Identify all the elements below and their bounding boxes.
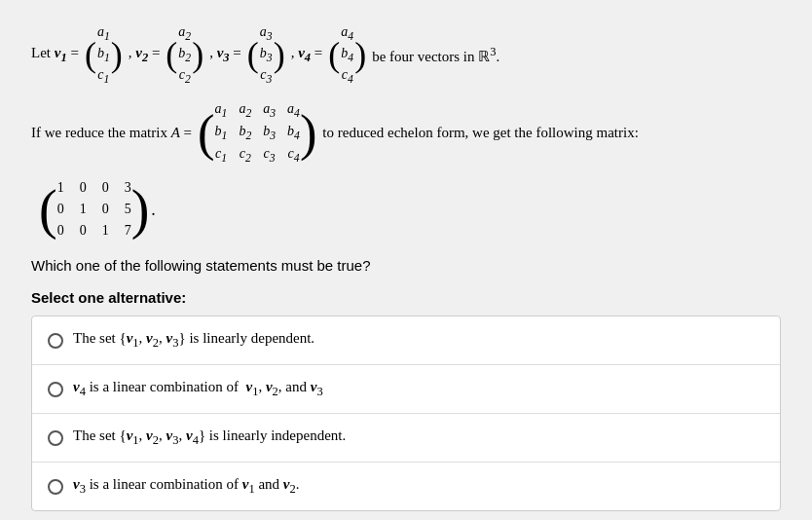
v2-a2: a2 [178,23,191,44]
bm-a3: a3 [263,100,276,121]
page-container: Let v1 = ( a1 b1 c1 ) , v2 = ( a2 b2 c2 … [0,0,812,520]
paren-left-v2: ( [166,40,177,70]
v4-c4: c4 [341,66,353,87]
v3-c3: c3 [260,66,273,87]
paren-left-v4: ( [328,40,340,70]
option-3-text: The set {v1, v2, v3, v4} is linearly ind… [73,427,346,448]
rm-r3c2: 0 [80,222,87,240]
paren-left-v1: ( [85,40,96,70]
rm-r3c3: 1 [102,222,109,240]
v3-b3: b3 [260,45,273,65]
option-2-text: v4 is a linear combination of v1, v2, an… [73,379,323,399]
vector-v2: ( a2 b2 c2 ) [166,23,203,87]
paren-right-v3: ) [274,40,285,70]
rm-r2c3: 0 [102,201,109,218]
be-four-vectors-text: be four vectors in ℝ3. [372,45,499,65]
option-4[interactable]: v3 is a linear combination of v1 and v2. [32,463,780,510]
bm-a4: a4 [287,100,300,121]
option-4-text: v3 is a linear combination of v1 and v2. [73,476,299,497]
comma1: , v2 = [129,45,161,65]
v2-b2: b2 [178,45,191,65]
option-3[interactable]: The set {v1, v2, v3, v4} is linearly ind… [32,414,780,463]
vector-v3: ( a3 b3 c3 ) [247,23,285,87]
comma2: , v3 = [209,45,241,65]
bm-b3: b3 [263,123,276,143]
v1-b1: b1 [97,45,110,65]
to-reduced-text: to reduced echelon form, we get the foll… [322,125,638,141]
v1-a1: a1 [97,23,110,44]
v3-grid: a3 b3 c3 [260,23,273,87]
result-grid: 1 0 0 3 0 1 0 5 0 0 1 7 [57,179,131,241]
rm-r3c1: 0 [57,222,64,240]
select-label: Select one alternative: [31,289,781,306]
comma3: , v4 = [291,45,323,65]
bm-a1: a1 [215,100,228,121]
rm-r2c1: 0 [57,201,64,218]
rm-r2c2: 1 [80,201,87,218]
bm-b1: b1 [215,123,228,143]
rm-r2c4: 5 [125,201,131,218]
v1-c1: c1 [97,66,110,87]
rm-r1c2: 0 [80,179,87,197]
rm-r1c4: 3 [125,179,131,197]
big-matrix-grid: a1 a2 a3 a4 b1 b2 b3 b4 c1 c2 c3 c4 [215,100,300,166]
result-matrix-line: ( 1 0 0 3 0 1 0 5 0 0 1 7 ) . [39,179,781,241]
big-matrix: ( a1 a2 a3 a4 b1 b2 b3 b4 c1 c2 c3 c4 ) [198,100,316,166]
v4-b4: b4 [341,45,353,65]
bm-b4: b4 [287,123,300,143]
paren-right-v4: ) [354,40,366,70]
result-right-paren: ) [131,189,150,230]
rm-r3c4: 7 [125,222,131,240]
reduce-text: If we reduce the matrix A = [31,125,192,141]
radio-3[interactable] [48,430,63,446]
rm-r1c3: 0 [102,179,109,197]
paren-right-v2: ) [192,40,203,70]
v4-grid: a4 b4 c4 [341,23,353,87]
vector-v1: ( a1 b1 c1 ) [85,23,123,87]
bm-c1: c1 [215,145,228,166]
v4-a4: a4 [341,23,353,44]
radio-2[interactable] [48,382,63,397]
result-left-paren: ( [39,189,57,230]
options-container: The set {v1, v2, v3} is linearly depende… [31,316,781,511]
option-2[interactable]: v4 is a linear combination of v1, v2, an… [32,365,780,414]
paren-left-v3: ( [247,40,259,70]
bm-a2: a2 [239,100,251,121]
reduce-matrix-line: If we reduce the matrix A = ( a1 a2 a3 a… [31,100,781,166]
radio-1[interactable] [48,333,63,349]
v3-a3: a3 [260,23,273,44]
bm-c4: c4 [287,145,300,166]
big-matrix-left-paren: ( [198,114,214,152]
paren-right-v1: ) [111,40,123,70]
bm-c2: c2 [239,145,251,166]
option-1-text: The set {v1, v2, v3} is linearly depende… [73,330,314,351]
bm-c3: c3 [263,145,276,166]
vector-v4: ( a4 b4 c4 ) [328,23,366,87]
period-after-matrix: . [151,200,156,220]
option-1[interactable]: The set {v1, v2, v3} is linearly depende… [32,316,780,365]
bm-b2: b2 [239,123,251,143]
rm-r1c1: 1 [57,179,64,197]
v1-grid: a1 b1 c1 [97,23,110,87]
big-matrix-right-paren: ) [300,114,316,152]
result-matrix: ( 1 0 0 3 0 1 0 5 0 0 1 7 ) [39,179,149,241]
radio-4[interactable] [48,479,63,495]
v2-c2: c2 [178,66,191,87]
v2-grid: a2 b2 c2 [178,23,191,87]
question-text: Which one of the following statements mu… [31,257,781,274]
vectors-intro-line: Let v1 = ( a1 b1 c1 ) , v2 = ( a2 b2 c2 … [31,23,781,87]
let-text: Let v1 = [31,45,79,65]
